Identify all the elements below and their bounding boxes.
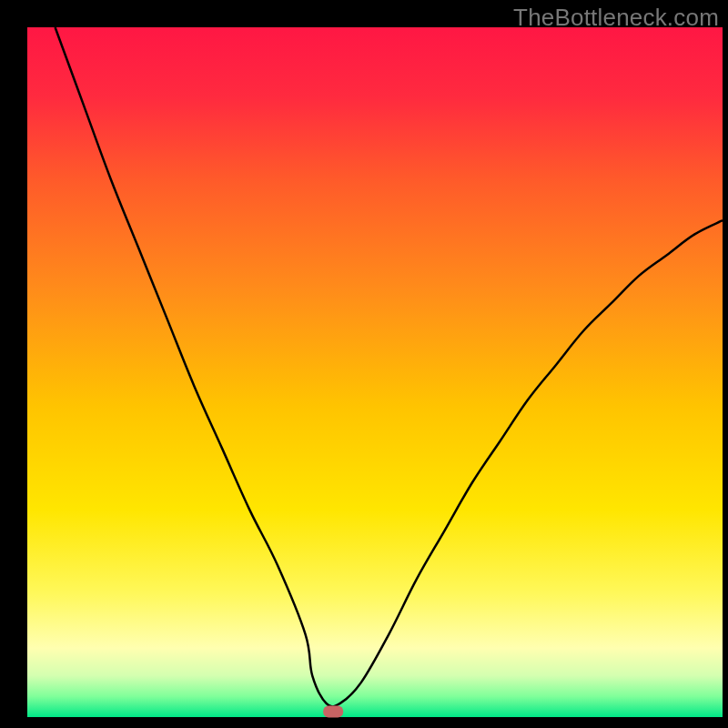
chart-container: TheBottleneck.com [0,0,728,728]
optimal-marker [323,705,343,717]
bottleneck-chart [0,0,728,728]
watermark-label: TheBottleneck.com [513,4,719,32]
chart-background [27,27,723,717]
